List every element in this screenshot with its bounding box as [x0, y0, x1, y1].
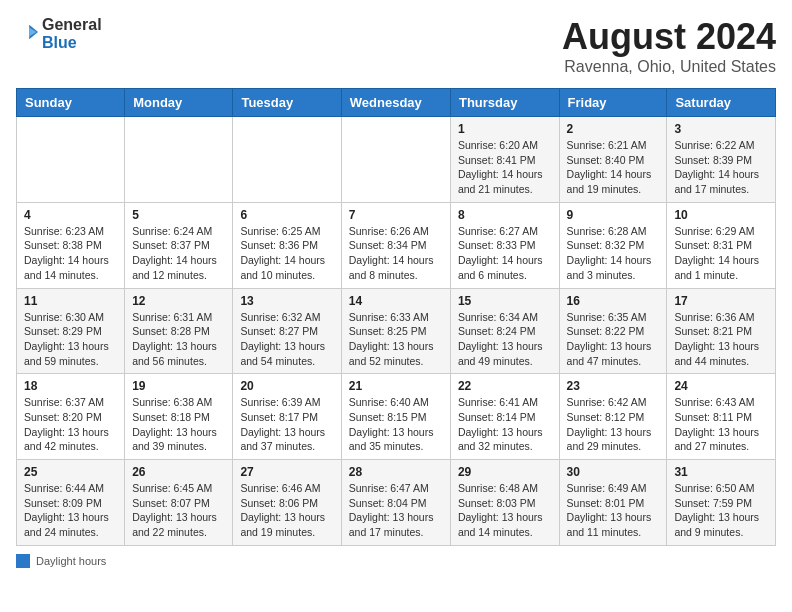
- calendar-cell: 20Sunrise: 6:39 AM Sunset: 8:17 PM Dayli…: [233, 374, 341, 460]
- calendar-cell: 25Sunrise: 6:44 AM Sunset: 8:09 PM Dayli…: [17, 460, 125, 546]
- day-number: 16: [567, 294, 660, 308]
- calendar-cell: 31Sunrise: 6:50 AM Sunset: 7:59 PM Dayli…: [667, 460, 776, 546]
- day-info: Sunrise: 6:36 AM Sunset: 8:21 PM Dayligh…: [674, 310, 768, 369]
- calendar-cell: 18Sunrise: 6:37 AM Sunset: 8:20 PM Dayli…: [17, 374, 125, 460]
- logo-icon: [16, 21, 38, 43]
- day-info: Sunrise: 6:26 AM Sunset: 8:34 PM Dayligh…: [349, 224, 443, 283]
- day-info: Sunrise: 6:20 AM Sunset: 8:41 PM Dayligh…: [458, 138, 552, 197]
- calendar-cell: 23Sunrise: 6:42 AM Sunset: 8:12 PM Dayli…: [559, 374, 667, 460]
- logo-blue: Blue: [42, 34, 102, 52]
- calendar-cell: 8Sunrise: 6:27 AM Sunset: 8:33 PM Daylig…: [450, 202, 559, 288]
- calendar-cell: 27Sunrise: 6:46 AM Sunset: 8:06 PM Dayli…: [233, 460, 341, 546]
- day-number: 3: [674, 122, 768, 136]
- day-info: Sunrise: 6:35 AM Sunset: 8:22 PM Dayligh…: [567, 310, 660, 369]
- day-number: 23: [567, 379, 660, 393]
- day-info: Sunrise: 6:34 AM Sunset: 8:24 PM Dayligh…: [458, 310, 552, 369]
- calendar-cell: 22Sunrise: 6:41 AM Sunset: 8:14 PM Dayli…: [450, 374, 559, 460]
- day-info: Sunrise: 6:49 AM Sunset: 8:01 PM Dayligh…: [567, 481, 660, 540]
- day-number: 9: [567, 208, 660, 222]
- header-cell-wednesday: Wednesday: [341, 89, 450, 117]
- day-info: Sunrise: 6:40 AM Sunset: 8:15 PM Dayligh…: [349, 395, 443, 454]
- day-info: Sunrise: 6:41 AM Sunset: 8:14 PM Dayligh…: [458, 395, 552, 454]
- day-number: 14: [349, 294, 443, 308]
- day-number: 17: [674, 294, 768, 308]
- calendar-cell: 17Sunrise: 6:36 AM Sunset: 8:21 PM Dayli…: [667, 288, 776, 374]
- day-number: 1: [458, 122, 552, 136]
- day-number: 7: [349, 208, 443, 222]
- day-info: Sunrise: 6:48 AM Sunset: 8:03 PM Dayligh…: [458, 481, 552, 540]
- day-info: Sunrise: 6:24 AM Sunset: 8:37 PM Dayligh…: [132, 224, 225, 283]
- day-info: Sunrise: 6:31 AM Sunset: 8:28 PM Dayligh…: [132, 310, 225, 369]
- week-row-4: 18Sunrise: 6:37 AM Sunset: 8:20 PM Dayli…: [17, 374, 776, 460]
- calendar-cell: 24Sunrise: 6:43 AM Sunset: 8:11 PM Dayli…: [667, 374, 776, 460]
- calendar-cell: 28Sunrise: 6:47 AM Sunset: 8:04 PM Dayli…: [341, 460, 450, 546]
- calendar-cell: 30Sunrise: 6:49 AM Sunset: 8:01 PM Dayli…: [559, 460, 667, 546]
- day-number: 28: [349, 465, 443, 479]
- calendar-cell: 15Sunrise: 6:34 AM Sunset: 8:24 PM Dayli…: [450, 288, 559, 374]
- logo-general: General: [42, 16, 102, 34]
- day-number: 13: [240, 294, 333, 308]
- calendar-cell: 10Sunrise: 6:29 AM Sunset: 8:31 PM Dayli…: [667, 202, 776, 288]
- subtitle: Ravenna, Ohio, United States: [562, 58, 776, 76]
- header-cell-thursday: Thursday: [450, 89, 559, 117]
- legend-label: Daylight hours: [36, 555, 106, 567]
- calendar-cell: [17, 117, 125, 203]
- day-info: Sunrise: 6:25 AM Sunset: 8:36 PM Dayligh…: [240, 224, 333, 283]
- calendar-cell: 7Sunrise: 6:26 AM Sunset: 8:34 PM Daylig…: [341, 202, 450, 288]
- day-info: Sunrise: 6:42 AM Sunset: 8:12 PM Dayligh…: [567, 395, 660, 454]
- day-number: 30: [567, 465, 660, 479]
- day-info: Sunrise: 6:21 AM Sunset: 8:40 PM Dayligh…: [567, 138, 660, 197]
- day-info: Sunrise: 6:30 AM Sunset: 8:29 PM Dayligh…: [24, 310, 117, 369]
- calendar-cell: 11Sunrise: 6:30 AM Sunset: 8:29 PM Dayli…: [17, 288, 125, 374]
- calendar-cell: 13Sunrise: 6:32 AM Sunset: 8:27 PM Dayli…: [233, 288, 341, 374]
- day-number: 26: [132, 465, 225, 479]
- day-number: 4: [24, 208, 117, 222]
- calendar-cell: 21Sunrise: 6:40 AM Sunset: 8:15 PM Dayli…: [341, 374, 450, 460]
- calendar-header-row: SundayMondayTuesdayWednesdayThursdayFrid…: [17, 89, 776, 117]
- calendar-cell: 19Sunrise: 6:38 AM Sunset: 8:18 PM Dayli…: [125, 374, 233, 460]
- day-info: Sunrise: 6:29 AM Sunset: 8:31 PM Dayligh…: [674, 224, 768, 283]
- day-info: Sunrise: 6:39 AM Sunset: 8:17 PM Dayligh…: [240, 395, 333, 454]
- day-info: Sunrise: 6:27 AM Sunset: 8:33 PM Dayligh…: [458, 224, 552, 283]
- day-info: Sunrise: 6:37 AM Sunset: 8:20 PM Dayligh…: [24, 395, 117, 454]
- legend: Daylight hours: [16, 554, 776, 568]
- day-info: Sunrise: 6:38 AM Sunset: 8:18 PM Dayligh…: [132, 395, 225, 454]
- calendar-cell: 5Sunrise: 6:24 AM Sunset: 8:37 PM Daylig…: [125, 202, 233, 288]
- header-cell-sunday: Sunday: [17, 89, 125, 117]
- day-info: Sunrise: 6:50 AM Sunset: 7:59 PM Dayligh…: [674, 481, 768, 540]
- day-number: 24: [674, 379, 768, 393]
- main-title: August 2024: [562, 16, 776, 58]
- calendar-cell: 12Sunrise: 6:31 AM Sunset: 8:28 PM Dayli…: [125, 288, 233, 374]
- day-number: 2: [567, 122, 660, 136]
- header-cell-saturday: Saturday: [667, 89, 776, 117]
- day-number: 20: [240, 379, 333, 393]
- day-number: 6: [240, 208, 333, 222]
- week-row-3: 11Sunrise: 6:30 AM Sunset: 8:29 PM Dayli…: [17, 288, 776, 374]
- calendar-cell: [341, 117, 450, 203]
- logo: General Blue: [16, 16, 102, 51]
- day-number: 18: [24, 379, 117, 393]
- header-cell-monday: Monday: [125, 89, 233, 117]
- calendar-cell: [125, 117, 233, 203]
- day-number: 29: [458, 465, 552, 479]
- day-number: 8: [458, 208, 552, 222]
- day-number: 21: [349, 379, 443, 393]
- day-number: 19: [132, 379, 225, 393]
- header-cell-tuesday: Tuesday: [233, 89, 341, 117]
- day-info: Sunrise: 6:22 AM Sunset: 8:39 PM Dayligh…: [674, 138, 768, 197]
- day-number: 25: [24, 465, 117, 479]
- week-row-5: 25Sunrise: 6:44 AM Sunset: 8:09 PM Dayli…: [17, 460, 776, 546]
- day-number: 11: [24, 294, 117, 308]
- calendar-cell: 14Sunrise: 6:33 AM Sunset: 8:25 PM Dayli…: [341, 288, 450, 374]
- calendar-cell: 3Sunrise: 6:22 AM Sunset: 8:39 PM Daylig…: [667, 117, 776, 203]
- day-number: 5: [132, 208, 225, 222]
- calendar-cell: [233, 117, 341, 203]
- day-info: Sunrise: 6:28 AM Sunset: 8:32 PM Dayligh…: [567, 224, 660, 283]
- day-number: 12: [132, 294, 225, 308]
- calendar-cell: 26Sunrise: 6:45 AM Sunset: 8:07 PM Dayli…: [125, 460, 233, 546]
- calendar-cell: 6Sunrise: 6:25 AM Sunset: 8:36 PM Daylig…: [233, 202, 341, 288]
- day-info: Sunrise: 6:46 AM Sunset: 8:06 PM Dayligh…: [240, 481, 333, 540]
- calendar: SundayMondayTuesdayWednesdayThursdayFrid…: [16, 88, 776, 546]
- legend-box: [16, 554, 30, 568]
- title-area: August 2024 Ravenna, Ohio, United States: [562, 16, 776, 76]
